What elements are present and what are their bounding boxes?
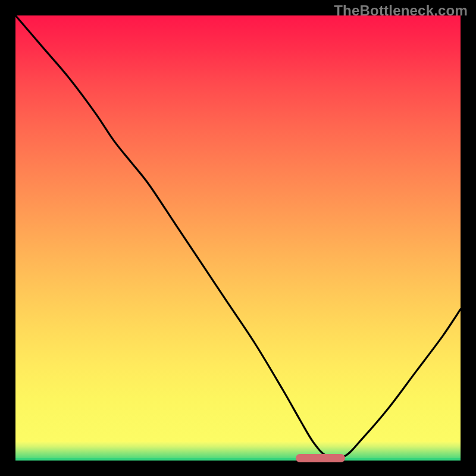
chart-frame: TheBottleneck.com: [0, 0, 476, 476]
plot-area: [15, 15, 461, 461]
optimal-marker: [296, 454, 345, 462]
bottleneck-curve: [15, 15, 461, 461]
watermark-text: TheBottleneck.com: [334, 2, 468, 19]
